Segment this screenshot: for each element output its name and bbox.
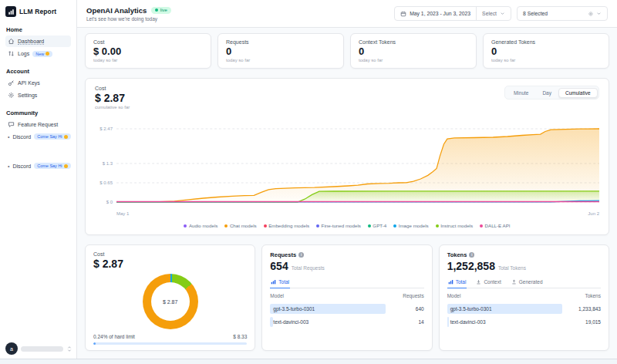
chat-bubble-icon bbox=[8, 121, 15, 128]
live-dot-icon bbox=[155, 8, 158, 12]
cost-donut-chart: $ 2.87 bbox=[143, 274, 198, 329]
hard-limit-footer: 0.24% of hard limit $ 8.33 bbox=[93, 334, 247, 345]
chart-title: Cost bbox=[95, 86, 130, 91]
gear-icon bbox=[8, 92, 15, 99]
legend-dot bbox=[264, 224, 267, 228]
avatar: a bbox=[5, 342, 18, 355]
legend-item-instruct[interactable]: Instruct models bbox=[436, 223, 473, 228]
section-label-home: Home bbox=[6, 26, 71, 33]
cost-breakdown-card: Cost $ 2.87 $ 2.87 0.24% of hard limit $… bbox=[85, 244, 255, 351]
table-header: Model Tokens bbox=[447, 293, 601, 301]
bee-emoji-icon bbox=[46, 52, 49, 56]
tab-total[interactable]: Total bbox=[447, 278, 467, 288]
stats-row: Cost $ 0.00 today so far Requests 0 toda… bbox=[85, 33, 609, 69]
requests-card: Requests i 654 Total Requests Total Mode… bbox=[261, 244, 432, 351]
legend-item-dalle[interactable]: DALL-E API bbox=[480, 223, 511, 228]
date-range-value: May 1, 2023 - Jun 3, 2023 bbox=[410, 11, 470, 16]
y-axis-tick: $ 0 bbox=[106, 200, 113, 204]
donut-center-label: $ 2.87 bbox=[151, 282, 190, 321]
chart-legend: Audio models Chat models Embedding model… bbox=[95, 223, 599, 228]
discord-badge: Come Say Hi bbox=[34, 133, 70, 140]
key-icon bbox=[8, 79, 15, 86]
chart-subtitle: cumulative so far bbox=[95, 105, 130, 110]
y-axis-tick: $ 2.47 bbox=[99, 126, 113, 131]
legend-dot bbox=[368, 224, 371, 228]
logs-icon bbox=[8, 50, 15, 57]
legend-item-image[interactable]: Image models bbox=[393, 223, 428, 228]
cost-chart-yaxis: $ 2.47$ 1.3$ 0.65$ 0 bbox=[95, 116, 116, 210]
legend-dot bbox=[184, 224, 187, 228]
stat-card-generated-tokens: Generated Tokens 0 today so far bbox=[483, 33, 609, 69]
new-badge: New bbox=[32, 51, 52, 57]
bottom-row: Cost $ 2.87 $ 2.87 0.24% of hard limit $… bbox=[85, 244, 609, 351]
cost-area-chart bbox=[116, 116, 599, 210]
table-row: text-davinci-003 14 bbox=[270, 317, 423, 327]
cost-chart-xaxis: May 1 Jun 2 bbox=[116, 211, 599, 216]
table-row: gpt-3.5-turbo-0301 640 bbox=[270, 304, 423, 314]
range-button-day[interactable]: Day bbox=[535, 88, 558, 98]
sidebar-item-feature-request[interactable]: Feature Request bbox=[5, 119, 71, 130]
account-switcher[interactable]: a bbox=[5, 342, 72, 355]
sidebar-item-api-keys[interactable]: API Keys bbox=[5, 77, 71, 89]
hard-limit-percent: 0.24% of hard limit bbox=[93, 334, 135, 339]
chart-value: $ 2.87 bbox=[95, 92, 130, 104]
y-axis-tick: $ 1.3 bbox=[103, 161, 113, 166]
legend-dot bbox=[316, 224, 319, 228]
hard-limit-progress-fill bbox=[93, 342, 96, 345]
bottom-scrollbar[interactable] bbox=[0, 359, 617, 364]
cost-chart-card: Cost $ 2.87 cumulative so far Minute Day… bbox=[85, 78, 609, 235]
logo-icon bbox=[5, 6, 16, 17]
legend-dot bbox=[393, 224, 396, 228]
bullet-icon: • bbox=[8, 163, 9, 169]
legend-item-gpt4[interactable]: GPT-4 bbox=[368, 223, 386, 228]
discord-badge: Come Say Hi bbox=[34, 163, 70, 169]
main-content: OpenAI Analytics live Let's see how we'r… bbox=[77, 0, 617, 364]
cost-chart-plot bbox=[116, 116, 599, 210]
sidebar-item-logs[interactable]: Logs New bbox=[5, 48, 71, 59]
app-logo[interactable]: LLM Report bbox=[5, 6, 71, 17]
hard-limit-amount: $ 8.33 bbox=[233, 334, 247, 339]
page-subtitle: Let's see how we're doing today bbox=[86, 16, 171, 22]
tab-generated[interactable]: Generated bbox=[511, 278, 544, 288]
sidebar-item-discord-2[interactable]: • Discord Come Say Hi bbox=[5, 160, 71, 171]
table-row: text-davinci-003 19,015 bbox=[447, 317, 601, 327]
bullet-icon: • bbox=[8, 134, 9, 140]
section-label-account: Account bbox=[6, 68, 71, 75]
chevron-down-icon bbox=[596, 11, 602, 16]
sidebar-item-settings[interactable]: Settings bbox=[5, 89, 71, 101]
tab-total[interactable]: Total bbox=[270, 278, 290, 288]
legend-item-audio[interactable]: Audio models bbox=[184, 223, 217, 228]
date-range-control[interactable]: May 1, 2023 - Jun 3, 2023 Select bbox=[394, 6, 511, 21]
info-icon[interactable]: i bbox=[298, 252, 304, 258]
range-button-minute[interactable]: Minute bbox=[507, 88, 536, 98]
tokens-tabs: Total Context Generated bbox=[447, 278, 601, 288]
info-icon[interactable]: i bbox=[469, 252, 474, 258]
stat-card-context-tokens: Context Tokens 0 today so far bbox=[350, 33, 477, 69]
account-name-skeleton bbox=[21, 346, 63, 352]
home-icon bbox=[8, 38, 15, 45]
calendar-icon bbox=[400, 11, 406, 17]
app-title: LLM Report bbox=[19, 8, 56, 15]
sidebar-item-discord-1[interactable]: • Discord Come Say Hi bbox=[5, 131, 71, 142]
section-label-community: Community bbox=[6, 110, 71, 116]
range-toggle: Minute Day Cumulative bbox=[504, 86, 599, 99]
live-badge: live bbox=[151, 7, 171, 14]
models-multiselect[interactable]: 8 Selected bbox=[517, 6, 608, 21]
stat-card-cost: Cost $ 0.00 today so far bbox=[85, 33, 211, 69]
requests-tabs: Total bbox=[270, 278, 423, 288]
tokens-card: Tokens i 1,252,858 Total Tokens Total Co… bbox=[439, 244, 609, 351]
chevron-down-icon bbox=[500, 11, 505, 16]
wave-emoji-icon bbox=[64, 135, 68, 139]
legend-item-fine-tuned[interactable]: Fine-tuned models bbox=[316, 223, 361, 228]
tab-context[interactable]: Context bbox=[475, 278, 501, 288]
legend-item-chat[interactable]: Chat models bbox=[224, 223, 256, 228]
range-button-cumulative[interactable]: Cumulative bbox=[558, 88, 598, 98]
sidebar-item-label: Dashboard bbox=[18, 39, 44, 45]
legend-item-embedding[interactable]: Embedding models bbox=[264, 223, 309, 228]
legend-dot bbox=[480, 224, 483, 228]
date-preset-select[interactable]: Select bbox=[476, 7, 511, 20]
sidebar-item-dashboard[interactable]: Dashboard bbox=[5, 35, 71, 47]
table-header: Model Requests bbox=[270, 293, 423, 301]
wave-emoji-icon bbox=[64, 164, 68, 168]
gear-icon bbox=[588, 11, 594, 17]
